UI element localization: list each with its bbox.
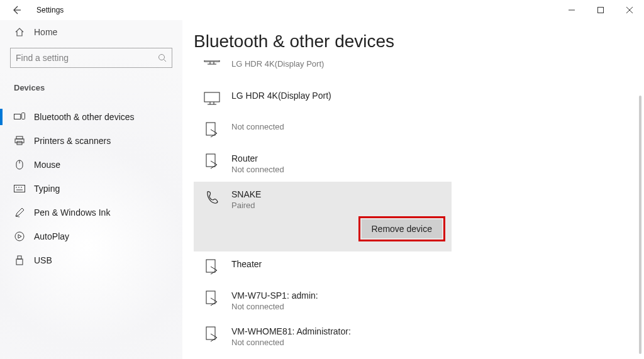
window-controls: [557, 0, 644, 20]
device-label: VM-W7U-SP1: admin:: [231, 290, 318, 301]
device-row[interactable]: Router Not connected: [194, 146, 644, 182]
home-label: Home: [34, 27, 57, 37]
search-placeholder: Find a setting: [16, 53, 69, 63]
nav-label: USB: [34, 255, 52, 265]
device-row[interactable]: Theater: [194, 251, 644, 283]
device-text: VM-WHOME81: Administrator: Not connected: [231, 326, 351, 347]
screen-cast-icon: [204, 290, 220, 307]
search-icon: [158, 53, 167, 62]
page-heading: Bluetooth & other devices: [194, 31, 644, 52]
monitor-icon: [204, 91, 220, 107]
device-label: Router: [231, 153, 284, 163]
remove-row: Remove device: [204, 210, 452, 244]
home-link[interactable]: Home: [10, 20, 172, 44]
printer-icon: [14, 135, 25, 146]
nav-typing[interactable]: Typing: [10, 177, 172, 201]
screen-cast-icon: [204, 259, 220, 275]
svg-rect-21: [204, 60, 219, 62]
device-status: Paired: [231, 201, 261, 210]
svg-point-4: [159, 55, 165, 60]
nav-bluetooth[interactable]: Bluetooth & other devices: [10, 105, 172, 129]
device-text: SNAKE Paired: [231, 189, 261, 210]
device-text: LG HDR 4K(Display Port): [231, 91, 331, 101]
svg-rect-7: [22, 113, 25, 119]
svg-rect-20: [16, 259, 23, 265]
device-text: VM-W7U-SP1: admin: Not connected: [231, 290, 318, 311]
content: Home Find a setting Devices Bluetooth & …: [0, 20, 644, 359]
svg-line-5: [164, 60, 167, 62]
usb-icon: [14, 255, 25, 266]
device-row[interactable]: VM-WHOME81: Administrator: Not connected: [194, 319, 644, 355]
svg-rect-19: [18, 256, 21, 259]
device-row[interactable]: VM-W7U-SP1: admin: Not connected: [194, 283, 644, 319]
svg-rect-6: [14, 114, 21, 119]
device-label: LG HDR 4K(Display Port): [231, 59, 324, 69]
nav-label: Printers & scanners: [34, 136, 111, 146]
svg-rect-8: [16, 136, 23, 139]
phone-icon: [204, 189, 220, 206]
main: Bluetooth & other devices LG HDR 4K(Disp…: [182, 20, 644, 359]
nav: Bluetooth & other devices Printers & sca…: [10, 105, 172, 272]
svg-rect-30: [206, 154, 215, 167]
device-text: LG HDR 4K(Display Port): [231, 59, 324, 69]
device-row[interactable]: Not connected: [194, 114, 644, 146]
pen-icon: [14, 207, 25, 218]
svg-rect-33: [206, 327, 215, 340]
device-label: Theater: [231, 259, 262, 269]
autoplay-icon: [14, 231, 25, 242]
scrollbar[interactable]: [639, 96, 641, 354]
minimize-button[interactable]: [557, 0, 586, 20]
device-status: Not connected: [231, 338, 351, 347]
nav-mouse[interactable]: Mouse: [10, 153, 172, 177]
nav-label: Pen & Windows Ink: [34, 207, 110, 218]
nav-label: Bluetooth & other devices: [34, 112, 135, 122]
nav-pen[interactable]: Pen & Windows Ink: [10, 201, 172, 224]
back-button[interactable]: [11, 5, 21, 15]
device-status: Not connected: [231, 302, 318, 311]
device-text: Not connected: [231, 122, 284, 131]
nav-label: Mouse: [34, 160, 60, 170]
svg-rect-25: [204, 92, 219, 102]
device-row[interactable]: VM-WHOME81:: [194, 355, 644, 359]
remove-device-button[interactable]: Remove device: [362, 219, 443, 238]
device-label: LG HDR 4K(Display Port): [231, 91, 331, 101]
device-row-selected[interactable]: SNAKE Paired Remove device: [194, 182, 452, 251]
screen-cast-icon: [204, 122, 220, 138]
home-icon: [14, 26, 25, 38]
device-row[interactable]: LG HDR 4K(Display Port): [194, 83, 644, 114]
close-button[interactable]: [615, 0, 644, 20]
search-input[interactable]: Find a setting: [10, 48, 172, 68]
nav-autoplay[interactable]: AutoPlay: [10, 224, 172, 248]
screen-cast-icon: [204, 326, 220, 343]
svg-point-18: [15, 232, 24, 241]
section-label: Devices: [10, 83, 172, 92]
device-list: LG HDR 4K(Display Port) LG HDR 4K(Displa…: [194, 59, 644, 359]
mouse-icon: [14, 159, 25, 170]
device-label: VM-WHOME81: Administrator:: [231, 326, 351, 336]
device-row[interactable]: LG HDR 4K(Display Port): [194, 59, 644, 83]
nav-printers[interactable]: Printers & scanners: [10, 129, 172, 153]
device-status: Not connected: [231, 122, 284, 131]
sidebar: Home Find a setting Devices Bluetooth & …: [0, 20, 182, 359]
device-text: Router Not connected: [231, 153, 284, 174]
titlebar: Settings: [0, 0, 644, 20]
svg-rect-1: [598, 8, 604, 13]
maximize-button[interactable]: [586, 0, 615, 20]
svg-rect-32: [206, 291, 215, 304]
svg-rect-31: [206, 260, 215, 272]
device-text: Theater: [231, 259, 262, 269]
nav-label: AutoPlay: [34, 231, 69, 241]
monitor-icon: [204, 59, 220, 75]
titlebar-left: Settings: [11, 5, 64, 15]
nav-label: Typing: [34, 184, 60, 194]
nav-usb[interactable]: USB: [10, 248, 172, 272]
window-title: Settings: [36, 6, 64, 14]
device-label: SNAKE: [231, 189, 261, 199]
keyboard-icon: [14, 183, 25, 194]
screen-cast-icon: [204, 153, 220, 170]
device-status: Not connected: [231, 165, 284, 174]
svg-rect-13: [14, 185, 25, 192]
svg-rect-9: [15, 139, 24, 143]
svg-rect-29: [206, 123, 215, 135]
devices-icon: [14, 111, 25, 123]
